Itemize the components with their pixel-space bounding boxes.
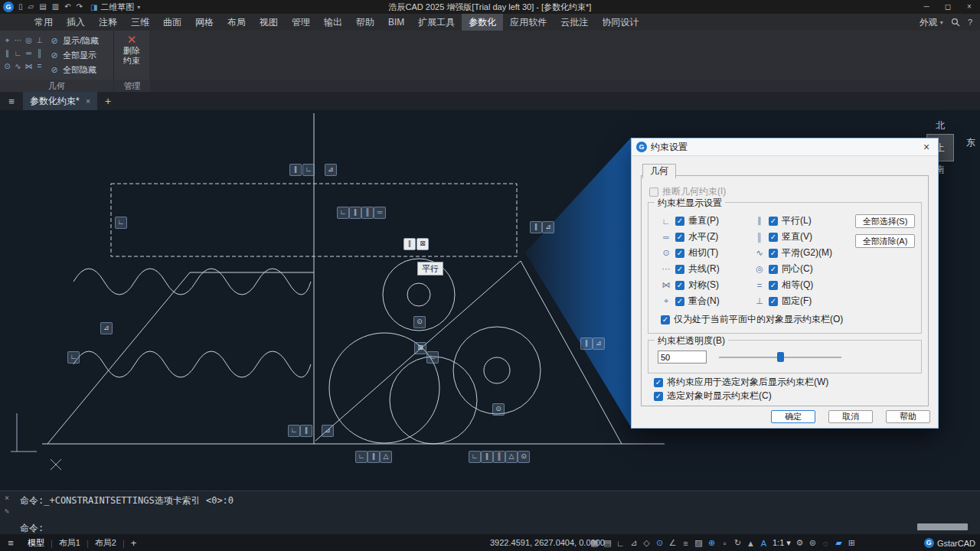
save-icon[interactable]: ▤ bbox=[39, 0, 46, 14]
ribbon-tab-BIM[interactable]: BIM bbox=[381, 14, 411, 31]
ribbon-tab-云批注[interactable]: 云批注 bbox=[554, 14, 595, 31]
tab-geometry[interactable]: 几何 bbox=[642, 164, 676, 178]
concentric-icon[interactable]: ◎ bbox=[24, 34, 34, 47]
ribbon-tab-常用[interactable]: 常用 bbox=[28, 14, 60, 31]
command-scrollbar[interactable] bbox=[917, 523, 968, 530]
tangent-checkbox[interactable] bbox=[675, 249, 684, 258]
tab-close-icon[interactable]: × bbox=[86, 96, 90, 106]
plot-icon[interactable]: ▥ bbox=[52, 0, 59, 14]
equal-checkbox[interactable] bbox=[769, 281, 778, 290]
ribbon-tab-插入[interactable]: 插入 bbox=[60, 14, 92, 31]
grid-icon[interactable]: ▦ bbox=[588, 538, 601, 548]
minimize-button[interactable]: ─ bbox=[916, 0, 937, 14]
concentric-checkbox[interactable] bbox=[769, 265, 778, 274]
tangent-icon[interactable]: ⊙ bbox=[2, 60, 12, 73]
maximize-button[interactable]: ◻ bbox=[937, 0, 959, 14]
drawing-tab[interactable]: 参数化约束* × bbox=[23, 92, 97, 110]
new-file-icon[interactable]: ▯ bbox=[18, 0, 23, 14]
selection-cycling-icon[interactable]: ↻ bbox=[731, 538, 744, 548]
panel-label-manage[interactable]: 管理 bbox=[114, 80, 150, 92]
fix-checkbox[interactable] bbox=[769, 297, 778, 306]
new-tab-icon[interactable]: + bbox=[105, 95, 111, 107]
ortho-icon[interactable]: ∟ bbox=[614, 539, 627, 548]
model-canvas[interactable]: ∥∟⊿∟∥║═∥⊿∥⊠∟⊿∟⊙⊠∟∥⊿⊙∟∥⊿∟∥△∟∥║△⊙ 平行 北 上 南… bbox=[0, 110, 980, 491]
apply-show-checkbox[interactable] bbox=[654, 378, 663, 387]
command-prompt[interactable]: 命令: bbox=[20, 523, 44, 533]
parallel-checkbox[interactable] bbox=[769, 217, 778, 226]
layout1-tab[interactable]: 布局1 bbox=[53, 534, 87, 551]
ribbon-tab-布局[interactable]: 布局 bbox=[220, 14, 253, 31]
slider-thumb[interactable] bbox=[777, 352, 784, 362]
annotation-scale-icon[interactable]: A bbox=[757, 539, 770, 548]
cancel-button[interactable]: 取消 bbox=[828, 410, 873, 423]
show-selected-checkbox[interactable] bbox=[654, 392, 663, 401]
ribbon-tab-曲面[interactable]: 曲面 bbox=[156, 14, 188, 31]
help-icon[interactable]: ? bbox=[968, 18, 972, 27]
polar-tracking-icon[interactable]: ⊿ bbox=[627, 538, 640, 548]
status-menu-icon[interactable]: ≡ bbox=[0, 537, 21, 549]
ribbon-tab-帮助[interactable]: 帮助 bbox=[349, 14, 381, 31]
equal-icon[interactable]: = bbox=[34, 60, 44, 73]
coincident-icon[interactable]: ⌖ bbox=[2, 34, 12, 47]
ribbon-tab-输出[interactable]: 输出 bbox=[317, 14, 349, 31]
grid-snap-icon[interactable]: ▤ bbox=[601, 538, 614, 548]
transparency-icon[interactable]: ▨ bbox=[692, 538, 705, 548]
quick-properties-icon[interactable]: ▫ bbox=[718, 539, 731, 548]
show-all-button[interactable]: ⊘ 全部显示 bbox=[47, 48, 113, 63]
hardware-acceleration-icon[interactable]: ▰ bbox=[832, 538, 845, 548]
redo-icon[interactable]: ↷ bbox=[77, 0, 83, 14]
search-icon[interactable] bbox=[951, 18, 960, 27]
symmetric-icon[interactable]: ⋈ bbox=[24, 60, 34, 73]
clear-all-button[interactable]: 全部清除(A) bbox=[855, 234, 915, 248]
horizontal-checkbox[interactable] bbox=[675, 233, 684, 242]
ribbon-tab-注释[interactable]: 注释 bbox=[92, 14, 124, 31]
model-tab[interactable]: 模型 bbox=[21, 534, 51, 551]
horizontal-icon[interactable]: ═ bbox=[24, 47, 34, 60]
workspace-gear-icon[interactable]: ⚙ bbox=[793, 538, 806, 548]
add-layout-icon[interactable]: + bbox=[125, 537, 143, 549]
command-close-icon[interactable]: × bbox=[5, 494, 9, 502]
show-hide-button[interactable]: ⊘ 显示/隐藏 bbox=[47, 34, 113, 48]
symmetric-checkbox[interactable] bbox=[675, 281, 684, 290]
ribbon-tab-管理[interactable]: 管理 bbox=[285, 14, 317, 31]
vertical-icon[interactable]: ║ bbox=[34, 47, 44, 60]
app-logo-icon[interactable]: G bbox=[3, 2, 14, 12]
perpendicular-checkbox[interactable] bbox=[675, 217, 684, 226]
delete-constraints-button[interactable]: ✕ 删除 约束 bbox=[123, 31, 140, 80]
vertical-checkbox[interactable] bbox=[769, 233, 778, 242]
panel-label-geometry[interactable]: 几何 bbox=[0, 80, 113, 92]
workspace-switcher[interactable]: ◨ 二维草图 ▾ bbox=[90, 2, 140, 13]
fix-icon[interactable]: ⊥ bbox=[34, 34, 44, 47]
clean-screen-icon[interactable]: ⊞ bbox=[845, 538, 858, 548]
ok-button[interactable]: 确定 bbox=[771, 410, 815, 423]
compass-east-label[interactable]: 东 bbox=[966, 136, 975, 149]
smooth-icon[interactable]: ∿ bbox=[13, 60, 23, 73]
select-all-button[interactable]: 全部选择(S) bbox=[855, 214, 915, 228]
dialog-titlebar[interactable]: G 约束设置 × bbox=[632, 139, 938, 156]
tab-menu-icon[interactable]: ≡ bbox=[0, 96, 23, 107]
help-button[interactable]: 帮助 bbox=[886, 410, 930, 423]
ribbon-tab-参数化[interactable]: 参数化 bbox=[462, 14, 503, 31]
collinear-icon[interactable]: ⋯ bbox=[13, 34, 23, 47]
ribbon-tab-扩展工具[interactable]: 扩展工具 bbox=[411, 14, 462, 31]
ribbon-tab-应用软件[interactable]: 应用软件 bbox=[503, 14, 554, 31]
transparency-input[interactable] bbox=[658, 350, 707, 364]
appearance-dropdown[interactable]: 外观 ▾ bbox=[920, 16, 943, 29]
lineweight-icon[interactable]: ≡ bbox=[679, 539, 692, 548]
parallel-icon[interactable]: ∥ bbox=[2, 47, 12, 60]
annotation-scale-label[interactable]: 1:1 ▾ bbox=[770, 538, 793, 548]
dialog-close-icon[interactable]: × bbox=[920, 141, 933, 153]
smooth-checkbox[interactable] bbox=[769, 249, 778, 258]
isolate-objects-icon[interactable]: ◌ bbox=[819, 539, 832, 548]
ribbon-tab-视图[interactable]: 视图 bbox=[253, 14, 285, 31]
compass-north-label[interactable]: 北 bbox=[923, 119, 957, 132]
open-file-icon[interactable]: ▱ bbox=[28, 0, 34, 14]
transparency-slider[interactable] bbox=[719, 352, 841, 362]
close-button[interactable]: × bbox=[959, 0, 980, 14]
undo-icon[interactable]: ↶ bbox=[64, 0, 70, 14]
ribbon-tab-三维[interactable]: 三维 bbox=[124, 14, 156, 31]
infer-constraints-checkbox[interactable] bbox=[649, 187, 658, 197]
coincident-checkbox[interactable] bbox=[675, 297, 684, 306]
dynamic-input-icon[interactable]: ⊕ bbox=[705, 538, 718, 548]
current-plane-checkbox[interactable] bbox=[661, 315, 670, 324]
